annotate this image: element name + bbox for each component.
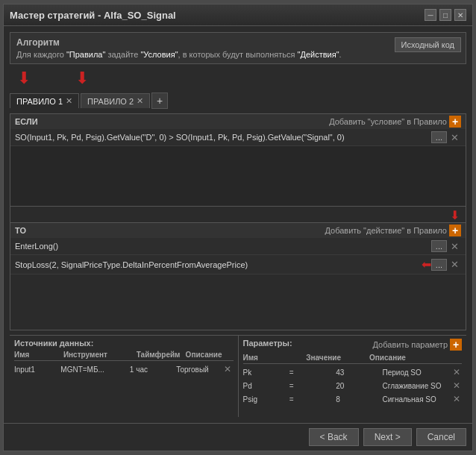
next-button[interactable]: Next > — [363, 428, 412, 446]
back-button[interactable]: < Back — [309, 428, 359, 446]
tab-rule1-close[interactable]: ✕ — [66, 96, 72, 106]
ds-col-name: Имя — [14, 351, 62, 359]
add-action-plus-icon[interactable]: + — [449, 225, 461, 236]
source-code-button[interactable]: Исходный код — [395, 37, 462, 52]
window-controls: ─ □ ✕ — [425, 9, 466, 21]
arrows-row: ⬇ ⬇ — [10, 70, 466, 87]
algorithm-label: Алгоритм — [16, 37, 460, 48]
p-eq-2: = — [289, 395, 334, 404]
desc-mid2: , в которых будут выполняться — [178, 50, 298, 59]
action-dots-button-0[interactable]: ... — [431, 240, 447, 252]
ds-col-instrument: Инструмент — [63, 351, 135, 359]
action-dots-button-1[interactable]: ... — [431, 259, 447, 271]
close-button[interactable]: ✕ — [454, 9, 466, 21]
arrow-down-1: ⬇ — [17, 70, 31, 87]
data-sources-title: Источники данных: — [14, 339, 234, 348]
p-desc-1: Сглаживание SO — [382, 382, 450, 390]
p-remove-0[interactable]: ✕ — [451, 367, 462, 377]
add-param-label: Добавить параметр — [373, 340, 448, 349]
maximize-button[interactable]: □ — [439, 9, 451, 21]
add-condition-label: Добавить "условие" в Правило — [329, 117, 447, 126]
tab-rule2-label: ПРАВИЛО 2 — [87, 97, 134, 106]
content-area: Алгоритм Для каждого "Правила" задайте "… — [4, 26, 472, 423]
add-param-button[interactable]: Добавить параметр + — [373, 339, 462, 351]
p-value-2: 8 — [336, 395, 381, 404]
p-name-0: Pk — [243, 368, 288, 377]
p-desc-0: Период SO — [382, 368, 450, 377]
tab-rule2-close[interactable]: ✕ — [137, 96, 143, 106]
arrow-down-action: ⬇ — [450, 208, 460, 222]
action-row-1: StopLoss(2, SignalPriceType.DeltaInPerce… — [10, 255, 466, 274]
minimize-button[interactable]: ─ — [425, 9, 436, 21]
action-remove-button-1[interactable]: ✕ — [448, 260, 461, 269]
tabs-row: ПРАВИЛО 1 ✕ ПРАВИЛО 2 ✕ + — [10, 92, 466, 109]
add-tab-button[interactable]: + — [151, 92, 168, 109]
rule-area: ЕСЛИ Добавить "условие" в Правило + SO(I… — [10, 113, 466, 330]
to-section: TO Добавить "действие" в Правило + Enter… — [10, 222, 466, 274]
to-body: EnterLong() ... ✕ StopLoss(2, SignalPric… — [10, 238, 466, 274]
add-action-label: Добавить "действие" в Правило — [325, 226, 447, 235]
cancel-button[interactable]: Cancel — [416, 428, 466, 446]
action-arrow-row: ⬇ — [10, 207, 466, 222]
action-text-1: StopLoss(2, SignalPriceType.DeltaInPerce… — [15, 260, 417, 269]
p-value-1: 20 — [336, 382, 381, 390]
title-bar: Мастер стратегий - Alfa_SO_Signal ─ □ ✕ — [4, 4, 472, 26]
action-text-0: EnterLong() — [15, 242, 431, 251]
param-row-2: Psig = 8 Сигнальная SO ✕ — [243, 392, 463, 406]
param-row-1: Pd = 20 Сглаживание SO ✕ — [243, 379, 463, 392]
arrow-left-icon: ⬅ — [422, 257, 431, 272]
p-name-2: Psig — [243, 395, 288, 404]
parameters-panel: Параметры: Добавить параметр + Имя Значе… — [239, 336, 467, 417]
condition-row-0: SO(Input1, Pk, Pd, Psig).GetValue("D", 0… — [10, 129, 466, 146]
params-header: Имя Значение Описание — [243, 354, 463, 364]
to-section-header: TO Добавить "действие" в Правило + — [10, 222, 466, 238]
ds-description-0: Торговый — [176, 365, 221, 374]
data-sources-header: Имя Инструмент Таймфрейм Описание — [14, 351, 234, 361]
params-title: Параметры: — [243, 339, 292, 348]
algorithm-description: Для каждого "Правила" задайте "Условия",… — [16, 50, 460, 59]
condition-text-0: SO(Input1, Pk, Pd, Psig).GetValue("D", 0… — [15, 133, 431, 142]
action-remove-button-0[interactable]: ✕ — [448, 242, 461, 251]
footer: < Back Next > Cancel — [4, 423, 472, 451]
p-value-0: 43 — [336, 368, 381, 377]
p-eq-0: = — [289, 368, 334, 377]
desc-condition: "Условия" — [140, 50, 178, 59]
main-window: Мастер стратегий - Alfa_SO_Signal ─ □ ✕ … — [3, 4, 473, 451]
add-action-button[interactable]: Добавить "действие" в Правило + — [325, 225, 461, 236]
desc-rule: "Правила" — [66, 50, 105, 59]
if-section: ЕСЛИ Добавить "условие" в Правило + SO(I… — [10, 114, 466, 207]
p-desc-2: Сигнальная SO — [382, 395, 450, 404]
add-condition-plus-icon[interactable]: + — [449, 116, 461, 128]
ds-instrument-0: MGNT=МБ... — [60, 365, 128, 374]
tab-rule2[interactable]: ПРАВИЛО 2 ✕ — [81, 93, 150, 108]
p-col-description: Описание — [369, 354, 462, 362]
p-eq-1: = — [289, 382, 334, 390]
ds-remove-0[interactable]: ✕ — [222, 364, 233, 374]
window-title: Мастер стратегий - Alfa_SO_Signal — [10, 10, 176, 21]
if-label: ЕСЛИ — [15, 117, 38, 126]
action-row-0: EnterLong() ... ✕ — [10, 238, 466, 255]
if-section-header: ЕСЛИ Добавить "условие" в Правило + — [10, 114, 466, 129]
condition-remove-button-0[interactable]: ✕ — [448, 133, 461, 142]
p-col-name: Имя — [243, 354, 305, 362]
p-remove-1[interactable]: ✕ — [451, 380, 462, 391]
tab-rule1-label: ПРАВИЛО 1 — [16, 97, 63, 106]
tab-rule1[interactable]: ПРАВИЛО 1 ✕ — [10, 93, 79, 108]
ds-row-0: Input1 MGNT=МБ... 1 час Торговый ✕ — [14, 363, 234, 376]
if-body — [10, 146, 466, 206]
add-condition-button[interactable]: Добавить "условие" в Правило + — [329, 116, 461, 128]
ds-col-description: Описание — [186, 351, 234, 359]
ds-name-0: Input1 — [14, 365, 59, 374]
to-label: TO — [15, 226, 26, 235]
desc-action: "Действия" — [298, 50, 339, 59]
condition-dots-button-0[interactable]: ... — [431, 131, 447, 143]
add-param-plus-icon[interactable]: + — [450, 339, 462, 351]
params-header-row: Параметры: Добавить параметр + — [243, 339, 463, 351]
p-remove-2[interactable]: ✕ — [451, 394, 462, 404]
param-row-0: Pk = 43 Период SO ✕ — [243, 365, 463, 379]
p-name-1: Pd — [243, 382, 288, 390]
desc-end: . — [339, 50, 342, 59]
ds-col-timeframe: Таймфрейм — [137, 351, 184, 359]
p-col-value: Значение — [306, 354, 368, 362]
desc-pre: Для каждого — [16, 50, 66, 59]
